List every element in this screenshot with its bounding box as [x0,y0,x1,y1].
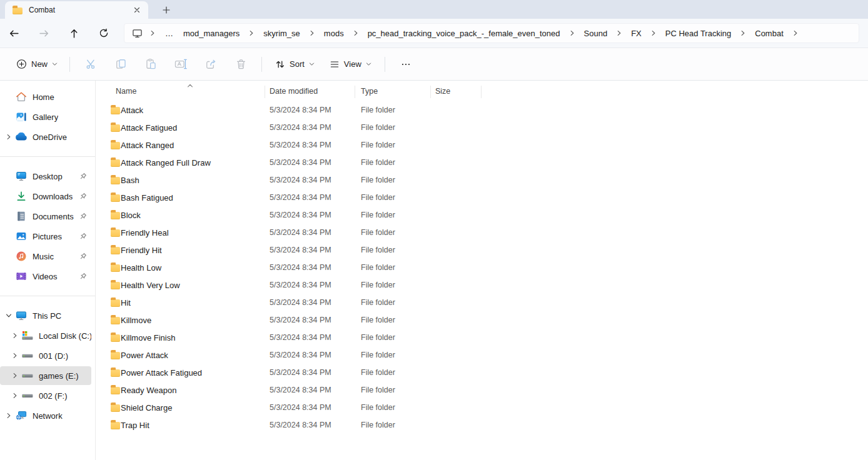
file-name: Attack Ranged [120,141,270,150]
breadcrumb-segment[interactable]: FX [627,26,646,41]
sidebar-item-001-d[interactable]: 001 (D:) [0,346,91,365]
sidebar-item-videos[interactable]: Videos [0,267,91,286]
file-row[interactable]: Health Very Low5/3/2024 8:34 PMFile fold… [96,276,868,294]
folder-icon [111,333,120,342]
local-disk-icon [21,330,34,341]
column-resize-handle[interactable] [430,86,431,98]
breadcrumb-segment[interactable]: mod_managers [179,26,244,41]
tab-combat[interactable]: Combat [5,1,148,19]
column-resize-handle[interactable] [481,86,482,98]
breadcrumb-segment[interactable]: pc_head_tracking_voice_pack_-_female_eve… [363,26,565,41]
toolbar-divider [385,57,385,72]
file-row[interactable]: Friendly Heal5/3/2024 8:34 PMFile folder [96,224,868,241]
new-tab-button[interactable] [157,1,176,19]
breadcrumb-overflow[interactable]: … [160,26,179,41]
up-button[interactable] [64,23,84,43]
copy-button[interactable] [108,53,133,76]
file-row[interactable]: Attack5/3/2024 8:34 PMFile folder [96,101,868,119]
chevron-right-icon[interactable] [735,30,750,36]
sidebar-item-this-pc[interactable]: This PC [0,306,91,325]
drive-icon [21,390,34,401]
forward-button[interactable] [34,23,54,43]
breadcrumb-segment[interactable]: skyrim_se [259,26,305,41]
sidebar-item-gallery[interactable]: Gallery [0,108,91,126]
file-row[interactable]: Attack Fatigued5/3/2024 8:34 PMFile fold… [96,119,868,136]
chevron-right-icon[interactable] [646,30,661,36]
breadcrumb-segment[interactable]: mods [320,26,348,41]
network-icon [15,410,28,421]
chevron-right-icon[interactable] [305,30,320,36]
file-row[interactable]: Shield Charge5/3/2024 8:34 PMFile folder [96,399,868,416]
more-options-button[interactable] [393,53,418,76]
chevron-right-icon[interactable] [4,134,14,140]
chevron-right-icon[interactable] [788,30,803,36]
file-type: File folder [361,386,435,394]
close-tab-icon[interactable] [129,3,144,17]
column-header-size[interactable]: Size [435,87,450,96]
sidebar-item-pictures[interactable]: Pictures [0,227,91,246]
sidebar-item-downloads[interactable]: Downloads [0,187,91,206]
column-resize-handle[interactable] [355,86,355,98]
folder-icon [111,281,120,289]
chevron-right-icon[interactable] [10,392,20,399]
chevron-down-icon[interactable] [4,312,14,319]
chevron-right-icon[interactable] [10,352,20,359]
chevron-right-icon[interactable] [10,372,20,379]
refresh-button[interactable] [94,23,114,43]
chevron-right-icon[interactable] [565,30,580,36]
sidebar-item-desktop[interactable]: Desktop [0,167,91,186]
sidebar-item-local-disk-c[interactable]: Local Disk (C:) [0,326,91,345]
chevron-right-icon[interactable] [4,412,14,419]
chevron-right-icon[interactable] [10,332,20,339]
file-row[interactable]: Trap Hit5/3/2024 8:34 PMFile folder [96,416,868,434]
sort-button[interactable]: Sort [269,53,321,76]
new-button[interactable]: New [10,53,64,76]
file-row[interactable]: Health Low5/3/2024 8:34 PMFile folder [96,259,868,276]
column-header-type[interactable]: Type [361,87,378,96]
chevron-right-icon[interactable] [145,30,160,36]
chevron-right-icon[interactable] [348,30,363,36]
file-row[interactable]: Bash Fatigued5/3/2024 8:34 PMFile folder [96,189,868,206]
toolbar-divider [69,57,70,72]
breadcrumb-segment[interactable]: Sound [580,26,612,41]
file-row[interactable]: Hit5/3/2024 8:34 PMFile folder [96,294,868,311]
delete-button[interactable] [228,53,253,76]
address-bar[interactable]: … mod_managersskyrim_semodspc_head_track… [124,23,859,43]
view-button[interactable]: View [323,53,378,76]
breadcrumb-segment[interactable]: PC Head Tracking [661,26,736,41]
sidebar-item-002-f[interactable]: 002 (F:) [0,386,91,405]
view-button-label: View [344,59,361,69]
sidebar-item-onedrive[interactable]: OneDrive [0,128,91,146]
cut-button[interactable] [78,53,103,76]
column-header-name[interactable]: Name [116,87,136,96]
breadcrumb: mod_managersskyrim_semodspc_head_trackin… [179,26,803,41]
sidebar-item-home[interactable]: Home [0,88,91,106]
file-row[interactable]: Block5/3/2024 8:34 PMFile folder [96,206,868,224]
content-area: HomeGalleryOneDriveDesktopDownloadsDocum… [0,81,868,460]
rename-button[interactable] [168,53,193,76]
file-row[interactable]: Ready Weapon5/3/2024 8:34 PMFile folder [96,381,868,399]
file-row[interactable]: Attack Ranged5/3/2024 8:34 PMFile folder [96,136,868,154]
file-row[interactable]: Bash5/3/2024 8:34 PMFile folder [96,171,868,189]
file-row[interactable]: Killmove5/3/2024 8:34 PMFile folder [96,311,868,329]
back-button[interactable] [4,23,24,43]
file-row[interactable]: Power Attack Fatigued5/3/2024 8:34 PMFil… [96,364,868,381]
column-header-date-modified[interactable]: Date modified [270,87,318,96]
share-button[interactable] [198,53,223,76]
sidebar-item-label: Gallery [33,112,58,122]
sidebar-item-games-e[interactable]: games (E:) [0,366,91,385]
sidebar-item-documents[interactable]: Documents [0,207,91,226]
file-row[interactable]: Killmove Finish5/3/2024 8:34 PMFile fold… [96,329,868,346]
column-resize-handle[interactable] [265,86,265,98]
chevron-right-icon[interactable] [612,30,627,36]
file-row[interactable]: Attack Ranged Full Draw5/3/2024 8:34 PMF… [96,154,868,171]
file-type: File folder [361,368,435,377]
file-date-modified: 5/3/2024 8:34 PM [270,298,361,307]
file-row[interactable]: Friendly Hit5/3/2024 8:34 PMFile folder [96,241,868,259]
chevron-right-icon[interactable] [244,30,259,36]
sidebar-item-music[interactable]: Music [0,247,91,266]
file-row[interactable]: Power Attack5/3/2024 8:34 PMFile folder [96,346,868,364]
paste-button[interactable] [138,53,163,76]
sidebar-item-network[interactable]: Network [0,406,91,425]
breadcrumb-segment[interactable]: Combat [750,26,788,41]
